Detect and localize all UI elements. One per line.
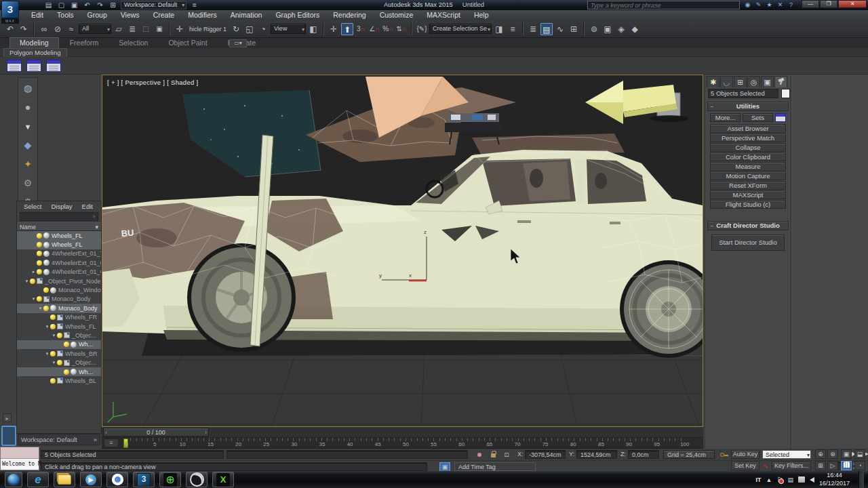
- polygon-modeling-panel-title[interactable]: Polygon Modeling: [3, 48, 67, 57]
- y-coord-field[interactable]: 1524,59cm: [576, 450, 617, 459]
- expand-arrow-icon[interactable]: ▾: [44, 324, 50, 329]
- selection-filter-dropdown[interactable]: All: [79, 24, 111, 34]
- list-item[interactable]: 4WheelerExt_01_Gra...: [17, 258, 101, 267]
- utility-button[interactable]: Motion Capture: [710, 171, 786, 180]
- left-tool-icon[interactable]: [18, 98, 37, 116]
- zoom-extents-icon[interactable]: ⊞: [815, 461, 826, 470]
- left-tool-icon[interactable]: [18, 117, 37, 135]
- help-icon[interactable]: ?: [787, 1, 795, 9]
- new-file-icon[interactable]: ▢: [56, 1, 66, 9]
- ribbon-overflow-button[interactable]: ▭▾: [229, 39, 247, 47]
- taskbar-app[interactable]: [106, 472, 128, 487]
- left-tool-icon[interactable]: [18, 136, 37, 154]
- select-object-icon[interactable]: ▱: [113, 23, 125, 35]
- expand-arrow-icon[interactable]: ▾: [24, 279, 30, 284]
- lightbulb-icon[interactable]: [37, 233, 42, 239]
- use-pivot-center-icon[interactable]: ◧: [307, 23, 319, 35]
- mirror-icon[interactable]: ◨: [493, 23, 505, 35]
- lightbulb-icon[interactable]: [37, 242, 42, 247]
- redo-icon[interactable]: ↷: [95, 1, 105, 9]
- list-item[interactable]: 4WheelerExt_01_Targ...: [17, 249, 101, 258]
- menu-item[interactable]: Create: [146, 10, 182, 20]
- taskbar-app[interactable]: [212, 472, 234, 487]
- panel-divider[interactable]: [791, 75, 791, 449]
- render-iterative-icon[interactable]: ◆: [629, 23, 641, 35]
- menu-item[interactable]: Edit: [24, 10, 50, 20]
- expand-arrow-icon[interactable]: ▾: [44, 351, 50, 357]
- minimize-button[interactable]: —: [802, 0, 819, 8]
- list-item[interactable]: Wheels_BL: [17, 376, 101, 385]
- lightbulb-icon[interactable]: [50, 324, 56, 329]
- unlink-icon[interactable]: ⊘: [52, 23, 64, 35]
- lightbulb-icon[interactable]: [43, 287, 49, 293]
- tray-expand-icon[interactable]: ▲: [766, 476, 772, 483]
- restore-button[interactable]: ❐: [820, 0, 837, 8]
- help-search-box[interactable]: [587, 1, 740, 9]
- menu-item[interactable]: Views: [114, 10, 146, 20]
- rectangular-selection-icon[interactable]: ⬚: [140, 23, 152, 35]
- workspace-dropdown[interactable]: Workspace: Default: [121, 1, 186, 9]
- list-item[interactable]: Wh...: [17, 367, 101, 376]
- menu-item[interactable]: MAXScript: [420, 10, 467, 20]
- select-and-move-icon[interactable]: ✛: [174, 23, 186, 35]
- align-icon[interactable]: ≡: [507, 23, 519, 35]
- list-item[interactable]: ▾ Wheels_FL: [17, 322, 101, 331]
- isolate-selection-icon[interactable]: ▣: [439, 462, 450, 472]
- utility-button[interactable]: Color Clipboard: [710, 152, 786, 161]
- workspace-status-bar[interactable]: Workspace: Default »: [18, 434, 100, 445]
- bind-spacewarp-icon[interactable]: ≈: [65, 23, 77, 35]
- lightbulb-icon[interactable]: [37, 269, 42, 274]
- speaker-icon[interactable]: [810, 477, 814, 483]
- schematic-view-icon[interactable]: ⊞: [568, 23, 580, 35]
- layer-manager-icon[interactable]: ≣: [527, 23, 539, 35]
- show-desktop-button[interactable]: [859, 471, 864, 488]
- redo-button[interactable]: ↷: [18, 23, 30, 35]
- network-icon[interactable]: [798, 476, 805, 483]
- menu-item[interactable]: Customize: [373, 10, 420, 20]
- time-slider-grip[interactable]: ‹ 0 / 100 ›: [103, 428, 209, 436]
- ribbon-tab[interactable]: Freeform: [60, 38, 108, 48]
- taskbar-app[interactable]: [80, 472, 102, 487]
- undo-icon[interactable]: ↶: [82, 1, 92, 9]
- start-director-studio-button[interactable]: Start Director Studio: [711, 235, 785, 251]
- field-of-view-icon[interactable]: ▷: [827, 461, 838, 470]
- maximize-viewport-icon[interactable]: ⬓: [854, 449, 865, 459]
- list-item[interactable]: ▾ _Objec...: [17, 331, 101, 340]
- taskbar-app[interactable]: [54, 472, 75, 487]
- pin-icon[interactable]: [475, 451, 484, 459]
- search-input[interactable]: [588, 2, 739, 9]
- keyboard-shortcut-override-button[interactable]: ⬆: [341, 23, 353, 35]
- menu-item[interactable]: Tools: [50, 10, 81, 20]
- more-button[interactable]: More...: [710, 113, 741, 122]
- select-link-icon[interactable]: ∞: [38, 23, 50, 35]
- track-bar[interactable]: ‹ 0 / 100 ›: [102, 427, 703, 438]
- ribbon-tool-window-icon[interactable]: [26, 60, 41, 72]
- select-by-name-icon[interactable]: ≣: [126, 23, 138, 35]
- object-color-swatch[interactable]: [781, 89, 790, 98]
- active-corner-button[interactable]: [1, 426, 16, 446]
- display-tab[interactable]: ▣: [761, 76, 774, 87]
- auto-key-button[interactable]: Auto Key: [731, 450, 760, 459]
- orbit-icon[interactable]: ◔: [854, 461, 865, 470]
- qat-overflow-icon[interactable]: ≡: [189, 1, 199, 9]
- transform-gizmo-icon[interactable]: ⊡: [502, 451, 511, 459]
- menu-item[interactable]: Help: [467, 10, 496, 20]
- hierarchy-tab[interactable]: ⊞: [734, 76, 747, 87]
- menu-item[interactable]: Animation: [224, 10, 269, 20]
- utility-button[interactable]: Measure: [710, 162, 786, 171]
- lightbulb-icon[interactable]: [57, 333, 62, 338]
- panel-expand-arrow-button[interactable]: ▸: [3, 413, 12, 422]
- sets-button[interactable]: Sets: [743, 113, 773, 122]
- modify-tab[interactable]: ◡: [720, 76, 733, 87]
- angle-snap-icon[interactable]: ∠∩: [368, 23, 380, 35]
- prev-frame-arrow[interactable]: ‹: [105, 428, 107, 436]
- named-selection-dropdown[interactable]: Create Selection Se: [429, 24, 492, 34]
- sort-arrow-icon[interactable]: ▾: [95, 223, 98, 230]
- viewport-canvas[interactable]: BU: [102, 75, 703, 426]
- list-item[interactable]: ▾ _Objec...: [17, 358, 101, 367]
- language-indicator[interactable]: IT: [756, 476, 762, 483]
- undo-button[interactable]: ↶: [4, 23, 16, 35]
- lightbulb-icon[interactable]: [37, 296, 42, 302]
- utilities-tab[interactable]: [774, 76, 787, 87]
- taskbar-app[interactable]: [186, 472, 208, 487]
